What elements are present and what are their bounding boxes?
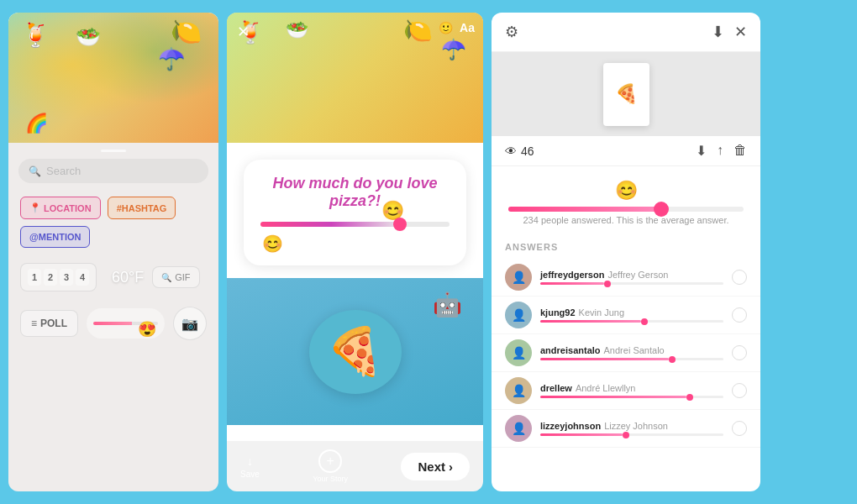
answer-row: 👤 jeffreydgerson Jeffrey Gerson (492, 259, 760, 297)
delete-story-icon[interactable]: 🗑 (733, 143, 747, 159)
answers-section-header: ANSWERS (492, 242, 760, 259)
story-thumbnail-preview: 🍕 (492, 52, 760, 136)
sticker-search-box[interactable]: 🔍 Search (18, 159, 208, 183)
digit-3: 3 (60, 269, 73, 286)
fullname-3: Andrei Santalo (604, 345, 665, 355)
quiz-bottom-emoji: 😊 (260, 234, 450, 254)
food-decoration-2: 🥗 (76, 25, 101, 49)
answer-dot-4 (686, 394, 693, 401)
panel1-top-image: 🍹 🥗 🍋 ☂️ 🌈 (8, 13, 218, 143)
slider-track: 😍 (93, 322, 158, 325)
answer-count-text: 234 people answered. This is the average… (508, 212, 744, 234)
reply-bubble-5[interactable] (732, 421, 747, 436)
username-5: lizzeyjohnson (540, 421, 601, 431)
answer-row: 👤 drellew André Llewllyn (492, 372, 760, 410)
reply-bubble-4[interactable] (732, 383, 747, 398)
username-2: kjung92 (540, 307, 576, 318)
answer-avatar-2: 👤 (505, 302, 532, 328)
panel2-top-image: 🍹 🥗 🍋 ☂️ ✕ 🙂 Aa (227, 13, 483, 143)
sticker-picker-panel: 🍹 🥗 🍋 ☂️ 🌈 🔍 Search 📍 LOCATION #HASHTAG (8, 13, 218, 491)
answer-slider-4 (540, 396, 723, 398)
reply-bubble-2[interactable] (732, 307, 747, 323)
poll-sticker[interactable]: ≡ POLL (20, 310, 78, 337)
pizza-image-area: 🍕 🤖 (227, 278, 483, 425)
answer-info-1: jeffreydgerson Jeffrey Gerson (540, 270, 723, 285)
settings-icon[interactable]: ⚙ (505, 23, 518, 41)
food-decoration-1: 🍹 (21, 21, 50, 49)
next-button[interactable]: Next › (401, 453, 470, 480)
quiz-slider-container: 😊 (260, 222, 450, 227)
save-button[interactable]: ↓ Save (240, 454, 260, 479)
utils-row: 1 2 3 4 60°F 🔍 GIF (8, 256, 218, 298)
time-widget[interactable]: 1 2 3 4 (20, 263, 97, 291)
header-action-icons: ⬇ ✕ (712, 23, 747, 41)
camera-button[interactable]: 📷 (173, 307, 207, 340)
slider-emoji: 😍 (138, 322, 156, 337)
poll-label: POLL (40, 318, 67, 329)
answer-fill-1 (540, 282, 604, 285)
your-story-label: Your Story (313, 475, 348, 483)
panel2-top-icons: 🙂 Aa (439, 21, 475, 34)
answer-fill-3 (540, 358, 669, 360)
answer-info-3: andreisantalo Andrei Santalo (540, 345, 723, 360)
save-arrow-icon: ↓ (247, 454, 253, 468)
stats-row: 👁 46 ⬇ ↑ 🗑 (492, 136, 760, 166)
location-pin-icon: 📍 (29, 202, 41, 213)
username-4: drellew (540, 383, 572, 393)
view-count: 46 (521, 144, 534, 158)
close-button[interactable]: ✕ (237, 23, 250, 41)
answer-info-4: drellew André Llewllyn (540, 383, 723, 398)
answer-info-5: lizzeyjohnson Lizzey Johnson (540, 421, 723, 436)
search-icon: 🔍 (29, 165, 41, 177)
answer-names-5: lizzeyjohnson Lizzey Johnson (540, 421, 723, 431)
quiz-slider-track[interactable] (260, 222, 450, 227)
slider-sticker[interactable]: 😍 (87, 308, 165, 339)
share-story-icon[interactable]: ↑ (717, 143, 723, 159)
next-chevron-icon: › (449, 459, 453, 474)
download-story-icon[interactable]: ⬇ (696, 143, 707, 159)
answer-dot-2 (641, 318, 648, 325)
answer-names-1: jeffreydgerson Jeffrey Gerson (540, 270, 723, 280)
story-circle-icon: + (318, 449, 342, 473)
sticker-face-icon[interactable]: 🙂 (439, 21, 453, 34)
answer-slider-3 (540, 358, 723, 360)
username-1: jeffreydgerson (540, 270, 604, 280)
gif-label: GIF (175, 272, 190, 282)
reply-bubble-1[interactable] (732, 270, 747, 285)
quiz-slider-card: How much do you love pizza?! 😊 😊 (244, 160, 466, 265)
result-slider-thumb (654, 202, 669, 217)
main-container: 🍹 🥗 🍋 ☂️ 🌈 🔍 Search 📍 LOCATION #HASHTAG (0, 0, 857, 504)
hashtag-label: #HASHTAG (117, 203, 167, 213)
answer-fill-5 (540, 433, 623, 436)
story-preview-panel: 🍹 🥗 🍋 ☂️ ✕ 🙂 Aa How much do you love piz… (227, 13, 483, 491)
digit-1: 1 (28, 269, 41, 286)
story-action-icons: ⬇ ↑ 🗑 (696, 143, 747, 159)
thumbnail-card: 🍕 (603, 63, 649, 126)
temperature-widget[interactable]: 60°F (112, 269, 144, 286)
text-tool-icon[interactable]: Aa (460, 21, 475, 34)
location-sticker[interactable]: 📍 LOCATION (20, 197, 101, 219)
download-icon[interactable]: ⬇ (712, 23, 724, 41)
answers-list: 👤 jeffreydgerson Jeffrey Gerson 👤 (492, 259, 760, 448)
answer-slider-1 (540, 282, 723, 285)
close-icon[interactable]: ✕ (734, 23, 747, 41)
result-slider-track (508, 207, 744, 212)
fullname-2: Kevin Jung (579, 307, 624, 318)
answer-avatar-3: 👤 (505, 339, 532, 366)
answer-row: 👤 andreisantalo Andrei Santalo (492, 334, 760, 372)
reply-bubble-3[interactable] (732, 345, 747, 360)
location-label: LOCATION (44, 203, 92, 213)
your-story-button[interactable]: + Your Story (313, 449, 348, 483)
pizza-slice-display: 🍕 (309, 310, 402, 394)
gif-widget[interactable]: 🔍 GIF (152, 266, 199, 288)
camera-icon: 📷 (181, 316, 198, 332)
answer-avatar-1: 👤 (505, 264, 532, 291)
mention-label: @MENTION (29, 232, 81, 242)
answer-avatar-4: 👤 (505, 377, 532, 404)
mention-sticker[interactable]: @MENTION (20, 226, 90, 248)
search-placeholder: Search (46, 165, 81, 177)
list-icon: ≡ (31, 318, 37, 329)
answer-fill-4 (540, 396, 686, 398)
hashtag-sticker[interactable]: #HASHTAG (108, 197, 176, 219)
analytics-panel: ⚙ ⬇ ✕ 🍕 👁 46 ⬇ ↑ 🗑 😊 (492, 13, 760, 491)
